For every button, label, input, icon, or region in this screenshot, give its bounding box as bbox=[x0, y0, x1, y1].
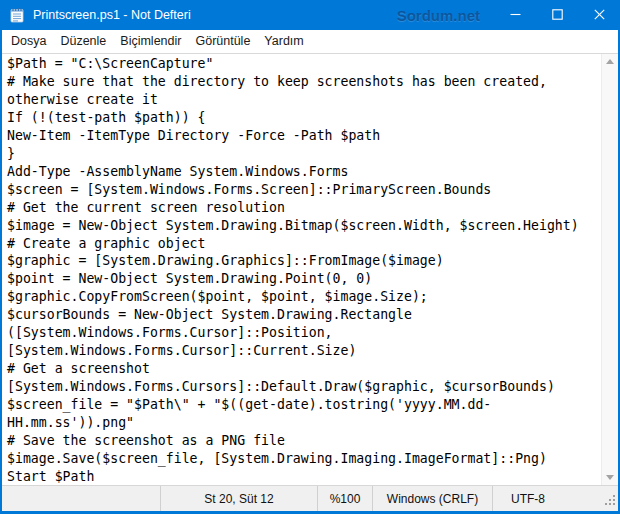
status-zoom-level: %100 bbox=[317, 486, 372, 511]
scroll-down-icon[interactable] bbox=[606, 475, 614, 480]
resize-grip[interactable] bbox=[604, 494, 616, 509]
maximize-button[interactable] bbox=[536, 0, 578, 30]
menubar: Dosya Düzenle Biçimlendir Görüntüle Yard… bbox=[2, 30, 618, 54]
statusbar: St 20, Süt 12 %100 Windows (CRLF) UTF-8 bbox=[2, 485, 618, 511]
text-editor[interactable]: $Path = "C:\ScreenCapture" # Make sure t… bbox=[2, 54, 601, 485]
maximize-icon bbox=[552, 8, 563, 23]
content-area: $Path = "C:\ScreenCapture" # Make sure t… bbox=[2, 54, 618, 485]
scroll-up-icon[interactable] bbox=[606, 59, 614, 64]
close-button[interactable] bbox=[578, 0, 620, 30]
menu-goruntule[interactable]: Görüntüle bbox=[188, 30, 257, 53]
status-encoding: UTF-8 bbox=[492, 486, 618, 511]
menu-bicimlendir[interactable]: Biçimlendir bbox=[113, 30, 188, 53]
notepad-window: Printscreen.ps1 - Not Defteri Sordum.net… bbox=[0, 0, 620, 514]
notepad-icon bbox=[9, 7, 25, 23]
watermark-text: Sordum.net bbox=[397, 7, 480, 24]
editor-text: $Path = "C:\ScreenCapture" # Make sure t… bbox=[7, 55, 601, 485]
minimize-icon bbox=[510, 8, 521, 23]
vertical-scrollbar[interactable] bbox=[601, 54, 618, 485]
menu-duzenle[interactable]: Düzenle bbox=[53, 30, 113, 53]
menu-dosya[interactable]: Dosya bbox=[4, 30, 53, 53]
menu-yardim[interactable]: Yardım bbox=[257, 30, 310, 53]
minimize-button[interactable] bbox=[494, 0, 536, 30]
window-title: Printscreen.ps1 - Not Defteri bbox=[33, 8, 397, 22]
status-spacer bbox=[2, 486, 160, 511]
close-icon bbox=[594, 8, 605, 23]
status-line-ending: Windows (CRLF) bbox=[372, 486, 492, 511]
titlebar: Printscreen.ps1 - Not Defteri Sordum.net bbox=[0, 0, 620, 30]
status-cursor-position: St 20, Süt 12 bbox=[160, 486, 317, 511]
